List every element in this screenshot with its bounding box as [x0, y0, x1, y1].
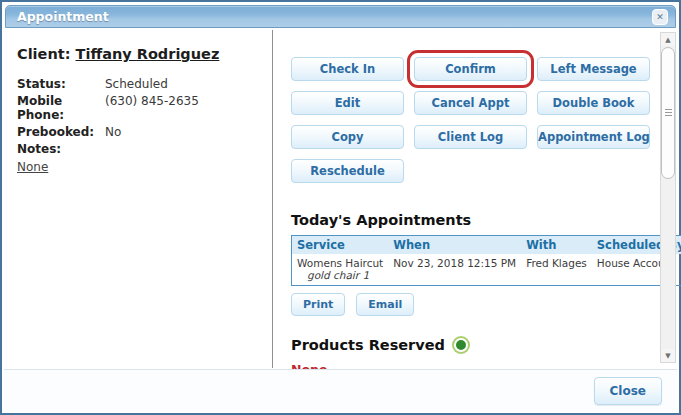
mobile-phone-value: (630) 845-2635	[105, 94, 258, 122]
prebooked-label: Prebooked:	[17, 125, 105, 139]
appointment-log-button[interactable]: Appointment Log	[537, 125, 650, 149]
mobile-phone-label: Mobile Phone:	[17, 94, 105, 122]
edit-button[interactable]: Edit	[291, 91, 404, 115]
scrollbar-grip	[665, 109, 672, 117]
todays-appointments-heading: Today's Appointments	[291, 212, 657, 228]
cancel-appt-button[interactable]: Cancel Appt	[414, 91, 527, 115]
client-fields: Status: Scheduled Mobile Phone: (630) 84…	[17, 77, 258, 156]
scrollbar-thumb[interactable]	[661, 47, 675, 179]
appointment-actions-panel: Check In Confirm Left Message Edit Cance…	[274, 30, 657, 368]
table-mini-actions: Print Email	[291, 293, 657, 316]
client-name-link[interactable]: Tiffany Rodriguez	[76, 46, 220, 62]
products-reserved-heading-row: Products Reserved	[291, 337, 657, 353]
status-label: Status:	[17, 77, 105, 91]
service-name: Womens Haircut	[297, 257, 383, 269]
email-button[interactable]: Email	[356, 293, 414, 316]
client-info-panel: Client: Tiffany Rodriguez Status: Schedu…	[5, 30, 273, 368]
add-product-icon[interactable]	[454, 338, 468, 352]
notes-label: Notes:	[17, 142, 105, 156]
with-cell: Fred Klages	[521, 254, 592, 286]
modal-footer: Close	[4, 369, 677, 411]
column-header-service: Service	[292, 236, 389, 255]
products-reserved-heading: Products Reserved	[291, 337, 445, 353]
modal-titlebar: Appointment ✕	[5, 5, 676, 28]
double-book-button[interactable]: Double Book	[537, 91, 650, 115]
left-message-button[interactable]: Left Message	[537, 57, 650, 81]
column-header-when: When	[388, 236, 521, 255]
modal-content: Client: Tiffany Rodriguez Status: Schedu…	[5, 30, 676, 368]
confirm-button[interactable]: Confirm	[414, 57, 527, 81]
todays-appointments-table: Service When With Scheduled By Womens Ha…	[291, 235, 681, 286]
column-header-with: With	[521, 236, 592, 255]
client-log-button[interactable]: Client Log	[414, 125, 527, 149]
appointment-modal: Appointment ✕ Client: Tiffany Rodriguez …	[0, 0, 681, 415]
when-cell: Nov 23, 2018 12:15 PM	[388, 254, 521, 286]
scroll-up-icon[interactable]: ▲	[661, 33, 675, 46]
table-row: Womens Haircut gold chair 1 Nov 23, 2018…	[292, 254, 681, 286]
action-button-grid: Check In Confirm Left Message Edit Cance…	[291, 57, 650, 183]
client-line: Client: Tiffany Rodriguez	[17, 46, 258, 62]
status-value: Scheduled	[105, 77, 258, 91]
table-header-row: Service When With Scheduled By	[292, 236, 681, 255]
prebooked-value: No	[105, 125, 258, 139]
check-in-button[interactable]: Check In	[291, 57, 404, 81]
notes-none-link[interactable]: None	[17, 160, 48, 174]
modal-title: Appointment	[6, 9, 109, 24]
copy-button[interactable]: Copy	[291, 125, 404, 149]
vertical-scrollbar[interactable]: ▲ ▼	[660, 32, 676, 363]
service-note: gold chair 1	[297, 269, 383, 281]
close-button[interactable]: Close	[594, 377, 662, 405]
scroll-down-icon[interactable]: ▼	[661, 349, 675, 362]
print-button[interactable]: Print	[291, 293, 345, 316]
close-icon[interactable]: ✕	[652, 9, 668, 25]
client-label: Client:	[17, 46, 70, 62]
service-cell: Womens Haircut gold chair 1	[292, 254, 389, 286]
notes-value	[105, 142, 258, 156]
reschedule-button[interactable]: Reschedule	[291, 159, 404, 183]
